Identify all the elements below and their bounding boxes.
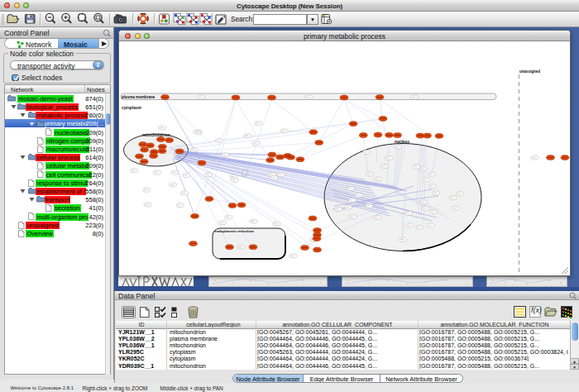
svg-text:unassigned: unassigned [519, 69, 540, 74]
svg-text:endoplasmic reticulum: endoplasmic reticulum [214, 229, 254, 233]
svg-text:plasma membrane: plasma membrane [122, 95, 156, 99]
svg-text:cytoplasm: cytoplasm [122, 106, 141, 110]
svg-text:mitochondrion: mitochondrion [142, 133, 170, 137]
svg-text:nucleus: nucleus [395, 140, 409, 144]
svg-text:Search:: Search: [231, 16, 254, 23]
